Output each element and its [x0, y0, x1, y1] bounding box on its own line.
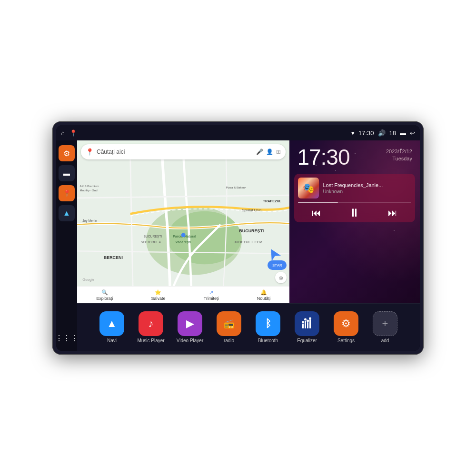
status-right: ▾ 17:30 🔊 18 ▬ ↩	[351, 129, 415, 137]
progress-bar[interactable]	[298, 202, 411, 203]
clock-date: 2023/12/12 Tuesday	[386, 148, 412, 163]
battery-icon: ▬	[400, 129, 406, 137]
share-label: Trimiteți	[204, 296, 219, 301]
sidebar-nav-btn[interactable]: ▲	[59, 205, 75, 221]
news-label: Noutăți	[257, 296, 271, 301]
status-left: ⌂ 📍	[61, 129, 77, 137]
svg-point-24	[304, 318, 307, 321]
svg-text:BUCUREȘTI: BUCUREȘTI	[143, 235, 162, 238]
explore-btn[interactable]: 🔍 Explorați	[96, 289, 113, 301]
svg-text:Văcărești: Văcărești	[175, 240, 190, 244]
clock-display: 17:30	[297, 146, 349, 168]
svg-text:TRAPEZUL: TRAPEZUL	[263, 199, 282, 203]
nav-icon: ▲	[63, 209, 70, 218]
bluetooth-label: Bluetooth	[258, 338, 278, 343]
apps-grid: ▲ Navi ♪ Music Player ▶	[94, 311, 403, 343]
app-music[interactable]: ♪ Music Player	[133, 311, 169, 343]
sidebar: ⚙ ▬ 📍 ▲ ⋮⋮⋮	[56, 140, 77, 351]
device-screen: ⌂ 📍 ▾ 17:30 🔊 18 ▬ ↩ ⚙ ▬	[56, 125, 420, 351]
news-btn[interactable]: 🔔 Noutăți	[257, 289, 271, 301]
account-icon[interactable]: 👤	[266, 149, 273, 155]
apps-grid-section: ▲ Navi ♪ Music Player ▶	[77, 303, 420, 351]
top-panel: Splaiul Unirii TRAPEZUL BUCUREȘTI JUDEȚU…	[77, 140, 420, 303]
svg-rect-20	[305, 321, 306, 328]
add-icon-bg: +	[373, 311, 397, 336]
app-add[interactable]: + add	[367, 311, 403, 343]
svg-text:BUCUREȘTI: BUCUREȘTI	[239, 228, 264, 233]
album-art-icon: 🎭	[303, 182, 315, 194]
saved-label: Salvate	[151, 296, 165, 301]
clock-minutes: 30	[326, 145, 349, 169]
map-svg: Splaiul Unirii TRAPEZUL BUCUREȘTI JUDEȚU…	[77, 140, 289, 303]
app-bluetooth[interactable]: ᛒ Bluetooth	[250, 311, 286, 343]
music-controls: ⏮ ⏸ ⏭	[298, 207, 411, 218]
search-right-icons: 🎤 👤 ⊞	[256, 149, 281, 155]
search-placeholder[interactable]: Căutați aici	[97, 149, 253, 155]
svg-point-13	[181, 233, 186, 237]
day-value: Tuesday	[386, 155, 412, 162]
main-content: ⚙ ▬ 📍 ▲ ⋮⋮⋮	[56, 140, 420, 351]
share-btn[interactable]: ↗ Trimiteți	[204, 289, 219, 301]
map-icon: 📍	[63, 189, 71, 197]
clock-hours: 17	[297, 145, 320, 169]
explore-label: Explorați	[96, 296, 113, 301]
status-bar: ⌂ 📍 ▾ 17:30 🔊 18 ▬ ↩	[56, 125, 420, 140]
settings-gear-icon: ⚙	[341, 317, 351, 330]
date-value: 2023/12/12	[386, 148, 412, 155]
equalizer-icon-bg	[295, 311, 319, 336]
settings-label: Settings	[337, 338, 355, 343]
svg-rect-21	[307, 322, 308, 328]
app-video[interactable]: ▶ Video Player	[172, 311, 208, 343]
equalizer-label: Equalizer	[297, 338, 317, 343]
app-navi[interactable]: ▲ Navi	[94, 311, 130, 343]
svg-text:Mobility - Sud: Mobility - Sud	[80, 188, 98, 192]
location-dot-icon: ◎	[279, 275, 283, 280]
map-bottom-bar: 🔍 Explorați ⭐ Salvate ↗ Trimiteți	[77, 286, 289, 303]
layers-icon[interactable]: ⊞	[276, 149, 281, 155]
radio-icon: 📻	[217, 311, 241, 336]
music-text: Lost Frequencies_Janie... Unknown	[323, 182, 411, 194]
map-widget[interactable]: Splaiul Unirii TRAPEZUL BUCUREȘTI JUDEȚU…	[77, 140, 289, 303]
sidebar-map-btn[interactable]: 📍	[59, 185, 75, 201]
prev-button[interactable]: ⏮	[312, 208, 321, 218]
content-area: Splaiul Unirii TRAPEZUL BUCUREȘTI JUDEȚU…	[77, 140, 420, 351]
svg-rect-19	[302, 324, 304, 328]
svg-text:Google: Google	[82, 278, 94, 282]
app-radio[interactable]: 📻 radio	[211, 311, 247, 343]
star-button[interactable]: STAR	[268, 260, 287, 270]
radio-label: radio	[224, 338, 234, 343]
share-icon: ↗	[209, 289, 213, 296]
equalizer-icon	[300, 317, 314, 330]
sidebar-settings-btn[interactable]: ⚙	[59, 145, 75, 161]
video-label: Video Player	[177, 338, 204, 343]
app-settings[interactable]: ⚙ Settings	[328, 311, 364, 343]
sidebar-archive-btn[interactable]: ▬	[59, 165, 75, 181]
music-label: Music Player	[137, 338, 164, 343]
mic-icon[interactable]: 🎤	[256, 149, 263, 155]
svg-text:Pizza & Bakery: Pizza & Bakery	[226, 186, 246, 189]
navi-label: Navi	[107, 338, 117, 343]
archive-icon: ▬	[63, 169, 70, 177]
music-artist: Unknown	[323, 189, 411, 194]
status-time: 17:30	[358, 129, 374, 137]
map-search-bar[interactable]: 📍 Căutați aici 🎤 👤 ⊞	[81, 144, 286, 159]
clock-colon: :	[321, 145, 327, 169]
volume-icon: 🔊	[378, 129, 386, 137]
svg-text:Splaiul Unirii: Splaiul Unirii	[242, 208, 263, 212]
saved-icon: ⭐	[155, 289, 161, 296]
car-infotainment-device: ⌂ 📍 ▾ 17:30 🔊 18 ▬ ↩ ⚙ ▬	[52, 121, 424, 355]
back-icon[interactable]: ↩	[410, 129, 415, 137]
sidebar-apps-btn[interactable]: ⋮⋮⋮	[59, 330, 75, 346]
map-pin-icon[interactable]: 📍	[69, 129, 77, 137]
news-icon: 🔔	[260, 289, 267, 296]
explore-icon: 🔍	[101, 289, 108, 296]
app-equalizer[interactable]: Equalizer	[289, 311, 325, 343]
bluetooth-icon: ᛒ	[265, 317, 271, 330]
home-icon[interactable]: ⌂	[61, 129, 65, 137]
svg-point-23	[302, 321, 304, 324]
saved-btn[interactable]: ⭐ Salvate	[151, 289, 165, 301]
navi-icon: ▲	[99, 311, 124, 336]
right-panel: 17:30 2023/12/12 Tuesday 🎭	[289, 140, 420, 303]
next-button[interactable]: ⏭	[388, 208, 397, 218]
pause-button[interactable]: ⏸	[349, 207, 360, 218]
